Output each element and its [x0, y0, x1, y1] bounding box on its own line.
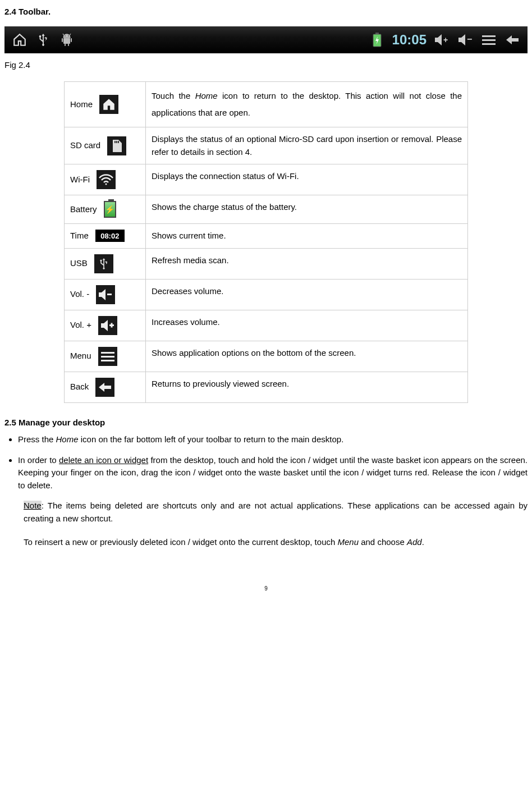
- table-row: Menu Shows application options on the bo…: [65, 341, 468, 372]
- row-label: Menu: [70, 350, 91, 363]
- svg-text:−: −: [467, 34, 472, 44]
- row-description: Refresh media scan.: [146, 248, 468, 279]
- row-label: Vol. -: [70, 288, 89, 301]
- bullet-list: Press the Home icon on the far bottom le…: [18, 433, 528, 492]
- back-icon: [95, 378, 114, 397]
- svg-rect-3: [65, 44, 66, 46]
- row-description: Touch the Home icon to return to the des…: [146, 82, 468, 127]
- row-description: Decreases volume.: [146, 279, 468, 310]
- page-number: 9: [4, 584, 528, 593]
- volume-up-icon: [98, 316, 117, 335]
- svg-rect-2: [71, 38, 72, 42]
- table-row: Vol. + Increases volume.: [65, 310, 468, 341]
- svg-rect-8: [375, 33, 379, 34]
- svg-rect-18: [107, 294, 112, 295]
- row-description: Returns to previously viewed screen.: [146, 372, 468, 402]
- table-row: Wi-Fi Displays the connection status of …: [65, 164, 468, 195]
- toolbar-icon-table: Home Touch the Home icon to return to th…: [64, 81, 468, 403]
- svg-rect-4: [68, 44, 69, 46]
- svg-rect-1: [62, 38, 63, 42]
- row-description: Displays the connection status of Wi-Fi.: [146, 164, 468, 195]
- svg-rect-14: [114, 141, 116, 143]
- svg-rect-13: [482, 43, 496, 45]
- battery-status-icon: [368, 30, 387, 49]
- note-block: Note: The items being deleted are shortc…: [24, 500, 528, 525]
- battery-icon: ⚡: [104, 201, 116, 218]
- row-description: Displays the status of an optional Micro…: [146, 127, 468, 164]
- row-description: Increases volume.: [146, 310, 468, 341]
- svg-point-17: [105, 184, 107, 185]
- row-label: USB: [70, 257, 88, 270]
- row-description: Shows current time.: [146, 224, 468, 249]
- volume-down-icon: −: [456, 30, 475, 49]
- reinsert-paragraph: To reinsert a new or previously deleted …: [24, 534, 528, 551]
- table-row: USB Refresh media scan.: [65, 248, 468, 279]
- svg-rect-15: [116, 141, 117, 143]
- list-item: Press the Home icon on the far bottom le…: [18, 433, 528, 446]
- svg-rect-12: [482, 39, 496, 41]
- figure-caption: Fig 2.4: [4, 59, 528, 72]
- row-description: Shows application options on the bottom …: [146, 341, 468, 372]
- table-row: Vol. - Decreases volume.: [65, 279, 468, 310]
- row-label: Wi-Fi: [70, 173, 90, 186]
- list-item: In order to delete an icon or widget fro…: [18, 454, 528, 492]
- volume-up-icon: +: [432, 30, 451, 49]
- menu-icon: [479, 30, 498, 49]
- wifi-icon: [97, 170, 116, 189]
- usb-icon: [94, 254, 113, 273]
- table-row: Back Returns to previously viewed screen…: [65, 372, 468, 402]
- volume-down-icon: [96, 285, 115, 304]
- row-label: Time: [70, 230, 89, 242]
- usb-icon: [34, 30, 53, 49]
- table-row: Battery ⚡ Shows the charge status of the…: [65, 195, 468, 224]
- time-icon: 08:02: [95, 230, 125, 242]
- svg-rect-0: [63, 38, 70, 44]
- row-label: Vol. +: [70, 319, 91, 332]
- svg-text:+: +: [443, 35, 448, 44]
- back-icon: [503, 30, 522, 49]
- row-label: SD card: [70, 139, 100, 152]
- section-2-4-heading: 2.4 Toolbar.: [4, 6, 528, 19]
- table-row: Home Touch the Home icon to return to th…: [65, 82, 468, 127]
- row-label: Back: [70, 381, 89, 393]
- svg-rect-11: [482, 35, 496, 37]
- row-label: Home: [70, 98, 93, 111]
- toolbar-screenshot: 10:05 + −: [4, 26, 528, 53]
- svg-rect-20: [111, 323, 112, 327]
- sd-card-icon: [107, 136, 126, 155]
- note-label: Note: [24, 501, 42, 510]
- table-row: SD card Displays the status of an option…: [65, 127, 468, 164]
- table-row: Time 08:02 Shows current time.: [65, 224, 468, 249]
- svg-rect-21: [101, 352, 114, 354]
- svg-rect-16: [118, 141, 119, 143]
- row-label: Battery: [70, 203, 97, 216]
- svg-rect-22: [101, 356, 114, 358]
- svg-point-6: [68, 35, 69, 36]
- svg-point-5: [65, 35, 66, 36]
- menu-icon: [98, 347, 117, 366]
- row-description: Shows the charge status of the battery.: [146, 195, 468, 224]
- toolbar-time: 10:05: [392, 30, 426, 50]
- svg-rect-23: [101, 360, 114, 361]
- home-icon: [10, 30, 29, 49]
- home-icon: [99, 95, 118, 114]
- section-2-5-heading: 2.5 Manage your desktop: [4, 416, 528, 429]
- android-icon: [57, 30, 76, 49]
